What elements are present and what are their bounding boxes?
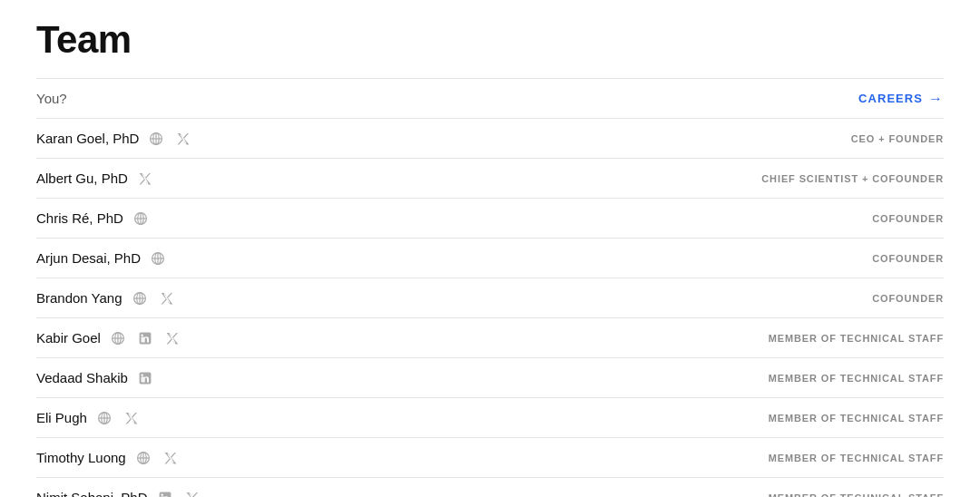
x-twitter-icon[interactable] bbox=[173, 129, 193, 149]
row-left: Nimit Sohoni, PhD bbox=[36, 488, 202, 498]
team-row: Arjun Desai, PhD COFOUNDER bbox=[36, 238, 944, 278]
page-container: Team You?CAREERS→Karan Goel, PhD CEO + F… bbox=[0, 0, 980, 497]
row-left: Brandon Yang bbox=[36, 288, 177, 308]
row-left: Eli Pugh bbox=[36, 408, 142, 428]
svg-point-36 bbox=[161, 493, 162, 495]
globe-icon[interactable] bbox=[130, 288, 150, 308]
globe-icon[interactable] bbox=[131, 209, 151, 229]
globe-icon[interactable] bbox=[146, 129, 166, 149]
row-role: MEMBER OF TECHNICAL STAFF bbox=[769, 373, 944, 384]
row-role: MEMBER OF TECHNICAL STAFF bbox=[769, 413, 944, 424]
row-role: CAREERS→ bbox=[858, 91, 944, 107]
person-name: Vedaad Shakib bbox=[36, 370, 128, 385]
row-left: Vedaad Shakib bbox=[36, 368, 155, 388]
row-role: COFOUNDER bbox=[872, 213, 944, 224]
person-name: Kabir Goel bbox=[36, 330, 101, 346]
globe-icon[interactable] bbox=[148, 248, 168, 268]
x-twitter-icon[interactable] bbox=[157, 288, 177, 308]
team-row: Brandon Yang COFOUNDER bbox=[36, 278, 944, 317]
svg-rect-20 bbox=[139, 332, 151, 344]
team-table: You?CAREERS→Karan Goel, PhD CEO + FOUNDE… bbox=[36, 78, 944, 497]
globe-icon[interactable] bbox=[108, 328, 128, 348]
row-left: Arjun Desai, PhD bbox=[36, 248, 168, 268]
team-row: Kabir Goel MEMBER OF TECHNICAL STAFF bbox=[36, 317, 944, 357]
team-row: Vedaad Shakib MEMBER OF TECHNICAL STAFF bbox=[36, 357, 944, 397]
careers-link[interactable]: CAREERS→ bbox=[858, 91, 944, 107]
row-role: COFOUNDER bbox=[872, 293, 944, 304]
globe-icon[interactable] bbox=[94, 408, 114, 428]
row-role: COFOUNDER bbox=[872, 253, 944, 264]
page-title: Team bbox=[36, 18, 944, 62]
x-twitter-icon[interactable] bbox=[162, 328, 182, 348]
team-row: Albert Gu, PhD CHIEF SCIENTIST + COFOUND… bbox=[36, 158, 944, 198]
row-left: Kabir Goel bbox=[36, 328, 182, 348]
x-twitter-icon[interactable] bbox=[182, 488, 202, 498]
linkedin-icon[interactable] bbox=[135, 328, 155, 348]
team-row: Nimit Sohoni, PhD MEMBER OF TECHNICAL ST… bbox=[36, 477, 944, 497]
person-name: Arjun Desai, PhD bbox=[36, 250, 141, 266]
careers-arrow-icon: → bbox=[928, 91, 944, 107]
svg-point-22 bbox=[141, 334, 142, 336]
team-row: Eli Pugh MEMBER OF TECHNICAL STAFF bbox=[36, 397, 944, 437]
person-name: Chris Ré, PhD bbox=[36, 210, 123, 226]
row-role: MEMBER OF TECHNICAL STAFF bbox=[769, 492, 944, 498]
team-row: Chris Ré, PhD COFOUNDER bbox=[36, 198, 944, 238]
you-label: You? bbox=[36, 91, 67, 106]
svg-rect-23 bbox=[140, 372, 152, 384]
row-role: CEO + FOUNDER bbox=[851, 133, 944, 144]
svg-rect-21 bbox=[141, 336, 142, 342]
person-name: Timothy Luong bbox=[36, 450, 126, 465]
x-twitter-icon[interactable] bbox=[122, 408, 142, 428]
team-row: You?CAREERS→ bbox=[36, 78, 944, 118]
careers-label: CAREERS bbox=[858, 92, 923, 105]
svg-rect-24 bbox=[142, 376, 143, 382]
person-name: Karan Goel, PhD bbox=[36, 131, 139, 146]
svg-point-25 bbox=[141, 374, 142, 375]
person-name: Eli Pugh bbox=[36, 410, 87, 425]
row-left: Albert Gu, PhD bbox=[36, 169, 155, 189]
linkedin-icon[interactable] bbox=[155, 488, 175, 498]
row-role: MEMBER OF TECHNICAL STAFF bbox=[769, 333, 944, 344]
row-left: Chris Ré, PhD bbox=[36, 209, 151, 229]
row-role: CHIEF SCIENTIST + COFOUNDER bbox=[761, 173, 944, 184]
row-left: Timothy Luong bbox=[36, 448, 181, 468]
row-left: Karan Goel, PhD bbox=[36, 129, 193, 149]
person-name: Albert Gu, PhD bbox=[36, 171, 128, 186]
team-row: Timothy Luong MEMBER OF TECHNICAL STAFF bbox=[36, 437, 944, 477]
linkedin-icon[interactable] bbox=[135, 368, 155, 388]
team-row: Karan Goel, PhD CEO + FOUNDER bbox=[36, 118, 944, 158]
row-left: You? bbox=[36, 91, 67, 106]
globe-icon[interactable] bbox=[133, 448, 153, 468]
x-twitter-icon[interactable] bbox=[161, 448, 181, 468]
person-name: Nimit Sohoni, PhD bbox=[36, 490, 148, 497]
x-twitter-icon[interactable] bbox=[135, 169, 155, 189]
row-role: MEMBER OF TECHNICAL STAFF bbox=[769, 453, 944, 463]
person-name: Brandon Yang bbox=[36, 290, 122, 306]
